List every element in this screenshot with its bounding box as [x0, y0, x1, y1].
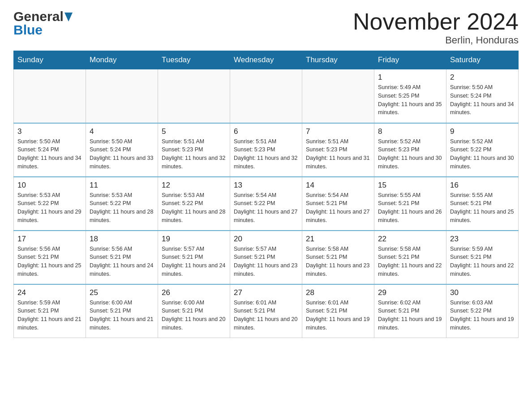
calendar-cell: 12Sunrise: 5:53 AMSunset: 5:22 PMDayligh…	[158, 177, 230, 231]
day-info: Sunrise: 5:50 AMSunset: 5:24 PMDaylight:…	[450, 83, 515, 117]
calendar-cell: 30Sunrise: 6:03 AMSunset: 5:22 PMDayligh…	[446, 284, 519, 338]
calendar-cell: 20Sunrise: 5:57 AMSunset: 5:21 PMDayligh…	[230, 231, 302, 284]
day-info: Sunrise: 5:53 AMSunset: 5:22 PMDaylight:…	[90, 191, 154, 225]
calendar-week-3: 10Sunrise: 5:53 AMSunset: 5:22 PMDayligh…	[14, 177, 519, 231]
day-number: 14	[306, 181, 370, 190]
day-info: Sunrise: 5:52 AMSunset: 5:22 PMDaylight:…	[450, 137, 515, 171]
logo: General Blue	[13, 9, 73, 38]
day-info: Sunrise: 5:57 AMSunset: 5:21 PMDaylight:…	[162, 245, 226, 278]
day-info: Sunrise: 5:51 AMSunset: 5:23 PMDaylight:…	[306, 137, 370, 171]
calendar-week-1: 1Sunrise: 5:49 AMSunset: 5:25 PMDaylight…	[14, 69, 519, 123]
calendar-cell: 14Sunrise: 5:54 AMSunset: 5:21 PMDayligh…	[302, 177, 374, 231]
calendar-cell: 29Sunrise: 6:02 AMSunset: 5:21 PMDayligh…	[374, 284, 446, 338]
day-info: Sunrise: 5:58 AMSunset: 5:21 PMDaylight:…	[306, 245, 370, 278]
calendar-cell: 25Sunrise: 6:00 AMSunset: 5:21 PMDayligh…	[86, 284, 158, 338]
calendar-week-2: 3Sunrise: 5:50 AMSunset: 5:24 PMDaylight…	[14, 123, 519, 177]
calendar-cell: 4Sunrise: 5:50 AMSunset: 5:24 PMDaylight…	[86, 123, 158, 177]
calendar-cell: 17Sunrise: 5:56 AMSunset: 5:21 PMDayligh…	[14, 231, 86, 284]
day-number: 5	[162, 127, 226, 136]
day-number: 23	[450, 235, 515, 244]
calendar-week-5: 24Sunrise: 5:59 AMSunset: 5:21 PMDayligh…	[14, 284, 519, 338]
weekday-header-tuesday: Tuesday	[158, 51, 230, 69]
day-number: 28	[306, 288, 370, 297]
calendar-body: 1Sunrise: 5:49 AMSunset: 5:25 PMDaylight…	[14, 69, 519, 338]
day-info: Sunrise: 5:53 AMSunset: 5:22 PMDaylight:…	[17, 191, 82, 225]
calendar-header: SundayMondayTuesdayWednesdayThursdayFrid…	[14, 51, 519, 69]
day-number: 20	[234, 235, 298, 244]
day-number: 17	[17, 235, 82, 244]
weekday-header-row: SundayMondayTuesdayWednesdayThursdayFrid…	[14, 51, 519, 69]
weekday-header-saturday: Saturday	[446, 51, 519, 69]
calendar-cell: 26Sunrise: 6:00 AMSunset: 5:21 PMDayligh…	[158, 284, 230, 338]
day-info: Sunrise: 5:55 AMSunset: 5:21 PMDaylight:…	[378, 191, 442, 225]
day-number: 8	[378, 127, 442, 136]
day-number: 27	[234, 288, 298, 297]
calendar-cell: 6Sunrise: 5:51 AMSunset: 5:23 PMDaylight…	[230, 123, 302, 177]
calendar-cell: 7Sunrise: 5:51 AMSunset: 5:23 PMDaylight…	[302, 123, 374, 177]
day-info: Sunrise: 5:56 AMSunset: 5:21 PMDaylight:…	[17, 245, 82, 278]
logo-arrow-icon	[64, 13, 73, 21]
day-info: Sunrise: 6:01 AMSunset: 5:21 PMDaylight:…	[306, 299, 370, 332]
day-info: Sunrise: 5:53 AMSunset: 5:22 PMDaylight:…	[162, 191, 226, 225]
page-subtitle: Berlin, Honduras	[353, 34, 519, 46]
calendar-table: SundayMondayTuesdayWednesdayThursdayFrid…	[13, 51, 519, 338]
day-info: Sunrise: 5:49 AMSunset: 5:25 PMDaylight:…	[378, 83, 442, 117]
day-number: 29	[378, 288, 442, 297]
calendar-cell: 27Sunrise: 6:01 AMSunset: 5:21 PMDayligh…	[230, 284, 302, 338]
calendar-cell: 1Sunrise: 5:49 AMSunset: 5:25 PMDaylight…	[374, 69, 446, 123]
day-number: 21	[306, 235, 370, 244]
calendar-cell: 23Sunrise: 5:59 AMSunset: 5:21 PMDayligh…	[446, 231, 519, 284]
day-info: Sunrise: 5:59 AMSunset: 5:21 PMDaylight:…	[450, 245, 515, 278]
day-number: 30	[450, 288, 515, 297]
day-number: 15	[378, 181, 442, 190]
weekday-header-thursday: Thursday	[302, 51, 374, 69]
calendar-cell: 15Sunrise: 5:55 AMSunset: 5:21 PMDayligh…	[374, 177, 446, 231]
day-info: Sunrise: 5:55 AMSunset: 5:21 PMDaylight:…	[450, 191, 515, 225]
day-number: 3	[17, 127, 82, 136]
day-number: 13	[234, 181, 298, 190]
calendar-cell: 18Sunrise: 5:56 AMSunset: 5:21 PMDayligh…	[86, 231, 158, 284]
calendar-cell	[302, 69, 374, 123]
page-title: November 2024	[353, 9, 519, 34]
day-number: 1	[378, 73, 442, 82]
calendar-cell: 8Sunrise: 5:52 AMSunset: 5:23 PMDaylight…	[374, 123, 446, 177]
day-number: 19	[162, 235, 226, 244]
day-number: 9	[450, 127, 515, 136]
day-number: 24	[17, 288, 82, 297]
day-number: 22	[378, 235, 442, 244]
calendar-cell	[158, 69, 230, 123]
day-info: Sunrise: 6:00 AMSunset: 5:21 PMDaylight:…	[90, 299, 154, 332]
weekday-header-monday: Monday	[86, 51, 158, 69]
day-info: Sunrise: 5:52 AMSunset: 5:23 PMDaylight:…	[378, 137, 442, 171]
day-info: Sunrise: 5:59 AMSunset: 5:21 PMDaylight:…	[17, 299, 82, 332]
calendar-cell	[14, 69, 86, 123]
day-number: 12	[162, 181, 226, 190]
calendar-cell: 2Sunrise: 5:50 AMSunset: 5:24 PMDaylight…	[446, 69, 519, 123]
logo-blue-text: Blue	[13, 22, 43, 38]
day-number: 18	[90, 235, 154, 244]
calendar-cell: 13Sunrise: 5:54 AMSunset: 5:22 PMDayligh…	[230, 177, 302, 231]
calendar-cell: 3Sunrise: 5:50 AMSunset: 5:24 PMDaylight…	[14, 123, 86, 177]
day-number: 25	[90, 288, 154, 297]
day-number: 11	[90, 181, 154, 190]
calendar-cell: 28Sunrise: 6:01 AMSunset: 5:21 PMDayligh…	[302, 284, 374, 338]
day-number: 2	[450, 73, 515, 82]
calendar-cell: 11Sunrise: 5:53 AMSunset: 5:22 PMDayligh…	[86, 177, 158, 231]
weekday-header-friday: Friday	[374, 51, 446, 69]
page-header: General Blue November 2024 Berlin, Hondu…	[13, 9, 519, 46]
calendar-cell: 22Sunrise: 5:58 AMSunset: 5:21 PMDayligh…	[374, 231, 446, 284]
day-number: 26	[162, 288, 226, 297]
day-info: Sunrise: 5:50 AMSunset: 5:24 PMDaylight:…	[17, 137, 82, 171]
weekday-header-wednesday: Wednesday	[230, 51, 302, 69]
calendar-week-4: 17Sunrise: 5:56 AMSunset: 5:21 PMDayligh…	[14, 231, 519, 284]
svg-marker-0	[64, 13, 73, 21]
calendar-cell	[230, 69, 302, 123]
day-number: 10	[17, 181, 82, 190]
day-number: 7	[306, 127, 370, 136]
day-info: Sunrise: 6:02 AMSunset: 5:21 PMDaylight:…	[378, 299, 442, 332]
weekday-header-sunday: Sunday	[14, 51, 86, 69]
day-number: 4	[90, 127, 154, 136]
day-info: Sunrise: 5:57 AMSunset: 5:21 PMDaylight:…	[234, 245, 298, 278]
day-info: Sunrise: 5:54 AMSunset: 5:22 PMDaylight:…	[234, 191, 298, 225]
calendar-cell: 5Sunrise: 5:51 AMSunset: 5:23 PMDaylight…	[158, 123, 230, 177]
